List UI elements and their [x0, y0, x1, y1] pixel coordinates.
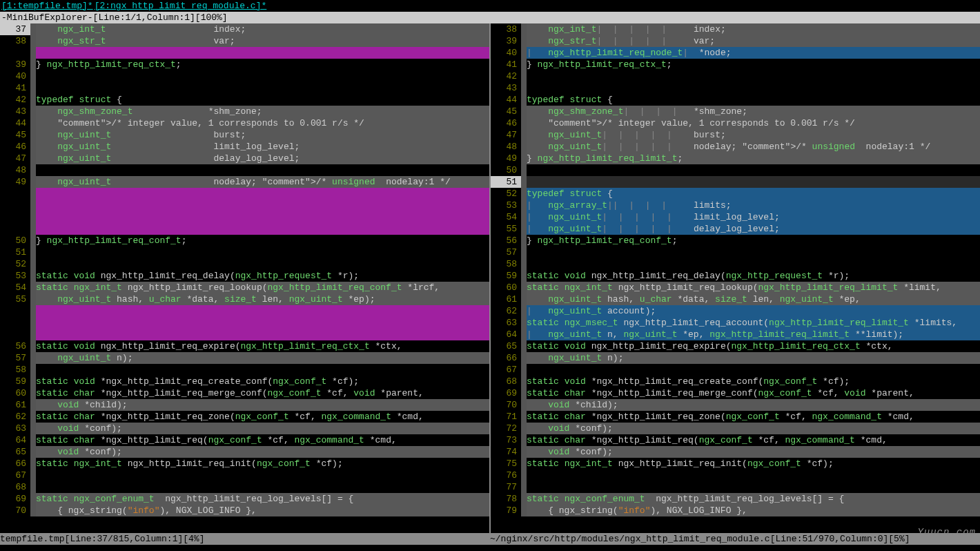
- code-line[interactable]: 68static void *ngx_http_limit_req_create…: [491, 376, 980, 387]
- code-line[interactable]: 67: [491, 364, 980, 376]
- code-text[interactable]: "comment">/* integer value, 1 correspond…: [527, 117, 980, 129]
- fold-column[interactable]: [521, 188, 527, 200]
- fold-column[interactable]: [521, 434, 527, 446]
- fold-column[interactable]: [521, 305, 527, 317]
- code-line[interactable]: 60static char *ngx_http_limit_req_merge_…: [0, 387, 489, 399]
- code-line[interactable]: 55 ngx_uint_t hash, u_char *data, size_t…: [0, 293, 489, 305]
- code-line[interactable]: 73static char *ngx_http_limit_req(ngx_co…: [491, 434, 980, 446]
- code-line[interactable]: 53static void ngx_http_limit_req_delay(n…: [0, 270, 489, 282]
- code-text[interactable]: void *child);: [527, 399, 980, 411]
- fold-column[interactable]: [30, 376, 36, 387]
- code-text[interactable]: static void *ngx_http_limit_req_create_c…: [36, 376, 489, 387]
- code-line[interactable]: 65static void ngx_http_limit_req_expire(…: [491, 340, 980, 352]
- code-text[interactable]: ngx_uint_t| | | | | burst;: [527, 129, 980, 141]
- fold-column[interactable]: [521, 411, 527, 423]
- code-text[interactable]: ngx_uint_t burst;: [36, 129, 489, 141]
- code-text[interactable]: ngx_int_t index;: [36, 23, 489, 35]
- fold-column[interactable]: [30, 176, 36, 188]
- code-line[interactable]: [0, 223, 489, 235]
- fold-column[interactable]: [521, 117, 527, 129]
- code-text[interactable]: ngx_uint_t hash, u_char *data, size_t le…: [36, 293, 489, 305]
- fold-column[interactable]: [521, 23, 527, 35]
- fold-column[interactable]: [521, 376, 527, 387]
- code-text[interactable]: ngx_uint_t| | | | | nodelay; "comment">/…: [527, 141, 980, 153]
- code-text[interactable]: | ngx_uint_t| | | | | limit_log_level;: [527, 211, 980, 223]
- fold-column[interactable]: [30, 164, 36, 176]
- fold-column[interactable]: [30, 258, 36, 270]
- fold-column[interactable]: [521, 82, 527, 94]
- code-line[interactable]: 74 void *conf);: [491, 446, 980, 458]
- right-pane[interactable]: 38 ngx_int_t| | | | | index;39 ngx_str_t…: [491, 23, 980, 533]
- fold-column[interactable]: [30, 35, 36, 47]
- code-text[interactable]: static ngx_int_t ngx_http_limit_req_look…: [36, 282, 489, 293]
- fold-column[interactable]: [521, 270, 527, 282]
- code-text[interactable]: ngx_str_t var;: [36, 35, 489, 47]
- code-text[interactable]: | ngx_uint_t| | | | | delay_log_level;: [527, 223, 980, 235]
- fold-column[interactable]: [30, 305, 36, 317]
- code-line[interactable]: 41} ngx_http_limit_req_ctx_t;: [491, 59, 980, 70]
- code-text[interactable]: ngx_uint_t nodelay; "comment">/* unsigne…: [36, 176, 489, 188]
- code-line[interactable]: 43 ngx_shm_zone_t *shm_zone;: [0, 106, 489, 117]
- fold-column[interactable]: [521, 106, 527, 117]
- fold-column[interactable]: [30, 70, 36, 82]
- fold-column[interactable]: [30, 235, 36, 246]
- code-text[interactable]: [527, 70, 980, 82]
- code-line[interactable]: 53| ngx_array_t|| | | | limits;: [491, 200, 980, 211]
- code-text[interactable]: static void ngx_http_limit_req_expire(ng…: [36, 340, 489, 352]
- code-text[interactable]: [527, 176, 980, 188]
- fold-column[interactable]: [30, 47, 36, 59]
- fold-column[interactable]: [30, 481, 36, 493]
- fold-column[interactable]: [30, 364, 36, 376]
- fold-column[interactable]: [521, 493, 527, 505]
- code-text[interactable]: { ngx_string("info"), NGX_LOG_INFO },: [36, 505, 489, 516]
- code-line[interactable]: 69static char *ngx_http_limit_req_merge_…: [491, 387, 980, 399]
- fold-column[interactable]: [521, 258, 527, 270]
- code-text[interactable]: static void ngx_http_limit_req_delay(ngx…: [36, 270, 489, 282]
- code-text[interactable]: [36, 211, 489, 223]
- code-line[interactable]: 60static ngx_int_t ngx_http_limit_req_lo…: [491, 282, 980, 293]
- code-line[interactable]: 41: [0, 82, 489, 94]
- code-line[interactable]: 57 ngx_uint_t n);: [0, 352, 489, 364]
- code-line[interactable]: 37 ngx_int_t index;: [0, 23, 489, 35]
- code-line[interactable]: 46 "comment">/* integer value, 1 corresp…: [491, 117, 980, 129]
- code-text[interactable]: | ngx_uint_t account);: [527, 305, 980, 317]
- code-text[interactable]: static void ngx_http_limit_req_expire(ng…: [527, 340, 980, 352]
- code-line[interactable]: 45 ngx_uint_t burst;: [0, 129, 489, 141]
- buffer-tabs[interactable]: [1:tempfile.tmp]*[2:ngx_http_limit_req_m…: [0, 0, 980, 12]
- code-line[interactable]: [0, 211, 489, 223]
- code-text[interactable]: [36, 364, 489, 376]
- fold-column[interactable]: [30, 446, 36, 458]
- code-text[interactable]: [36, 82, 489, 94]
- code-line[interactable]: 63static ngx_msec_t ngx_http_limit_req_a…: [491, 317, 980, 329]
- code-line[interactable]: 46 ngx_uint_t limit_log_level;: [0, 141, 489, 153]
- code-line[interactable]: [0, 200, 489, 211]
- code-text[interactable]: } ngx_http_limit_req_limit_t;: [527, 153, 980, 164]
- fold-column[interactable]: [30, 223, 36, 235]
- code-text[interactable]: void *conf);: [36, 446, 489, 458]
- fold-column[interactable]: [30, 270, 36, 282]
- code-line[interactable]: 40: [0, 70, 489, 82]
- fold-column[interactable]: [30, 317, 36, 329]
- code-text[interactable]: [36, 47, 489, 59]
- code-line[interactable]: 48: [0, 164, 489, 176]
- code-line[interactable]: 57: [491, 246, 980, 258]
- code-text[interactable]: void *conf);: [36, 423, 489, 434]
- code-text[interactable]: [36, 317, 489, 329]
- code-text[interactable]: static ngx_msec_t ngx_http_limit_req_acc…: [527, 317, 980, 329]
- code-text[interactable]: [36, 200, 489, 211]
- fold-column[interactable]: [30, 493, 36, 505]
- code-text[interactable]: [527, 364, 980, 376]
- fold-column[interactable]: [521, 35, 527, 47]
- code-line[interactable]: 64| ngx_uint_t n, ngx_uint_t *ep, ngx_ht…: [491, 329, 980, 340]
- fold-column[interactable]: [521, 364, 527, 376]
- code-text[interactable]: static char *ngx_http_limit_req_merge_co…: [527, 387, 980, 399]
- code-text[interactable]: ngx_int_t| | | | | index;: [527, 23, 980, 35]
- code-text[interactable]: [527, 470, 980, 481]
- fold-column[interactable]: [521, 235, 527, 246]
- code-text[interactable]: ngx_uint_t n);: [36, 352, 489, 364]
- fold-column[interactable]: [521, 176, 527, 188]
- code-line[interactable]: 70 void *child);: [491, 399, 980, 411]
- code-text[interactable]: | ngx_http_limit_req_node_t| *node;: [527, 47, 980, 59]
- fold-column[interactable]: [521, 446, 527, 458]
- fold-column[interactable]: [521, 317, 527, 329]
